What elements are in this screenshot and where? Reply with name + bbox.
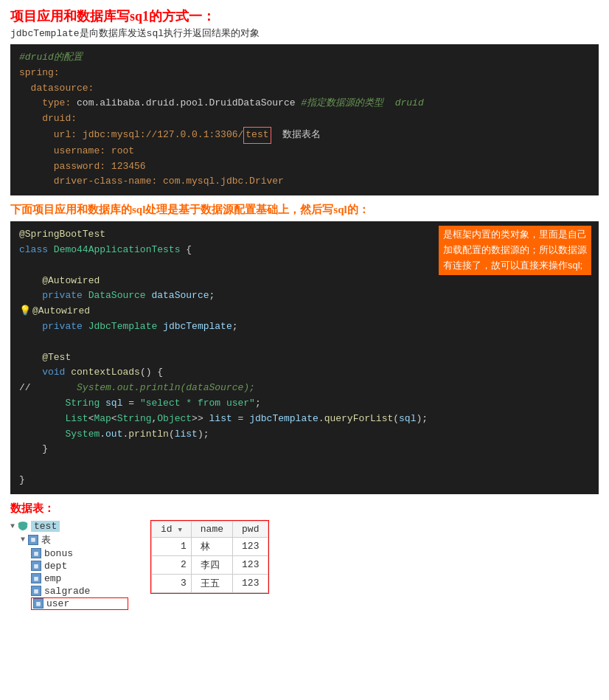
cell-name-3: 王五 (191, 574, 232, 592)
col-name: name (191, 521, 232, 537)
section1-title: 项目应用和数据库写sq1的方式一： (10, 7, 599, 25)
cell-pwd-3: 123 (233, 574, 268, 592)
code-line-driver: driver-class-name: com.mysql.jdbc.Driver (19, 174, 590, 190)
cl-close-method: } (19, 442, 590, 457)
cell-pwd-2: 123 (233, 555, 268, 574)
cl-datasource: private DataSource dataSource; (19, 288, 590, 304)
code-line-username: username: root (19, 144, 590, 159)
table-icon-salgrade: ▦ (31, 586, 41, 596)
tree-tables-group[interactable]: ▼ ▦ 表 (21, 533, 128, 547)
table-header-row: id ▼ name pwd (152, 521, 268, 537)
chevron-down-icon: ▼ (10, 522, 15, 530)
section3-title: 数据表： (10, 502, 599, 516)
druid-comment: #druid的配置 (19, 50, 590, 66)
cl-bulb: 💡@Autowired (19, 304, 590, 319)
section2-title: 下面项目应用和数据库的sql处理是基于数据源配置基础上，然后写sql的： (10, 203, 599, 217)
chevron-down-icon-2: ▼ (21, 536, 25, 544)
cl-blank3 (19, 457, 590, 473)
tree-db-label: test (31, 521, 60, 532)
cell-id-2: 2 (152, 555, 192, 574)
tree-label-emp: emp (44, 573, 61, 584)
data-table: id ▼ name pwd 1 林 123 2 李四 123 3 (151, 521, 268, 593)
cl-jdbctemplate: private JdbcTemplate jdbcTemplate; (19, 319, 590, 335)
tree-table-emp[interactable]: ▦ emp (31, 572, 128, 585)
col-pwd: pwd (233, 521, 268, 537)
db-icon (18, 521, 28, 531)
annotation-jdbctemplate: 是框架内置的类对象，里面是自己加载配置的数据源的；所以数据源有连接了，故可以直接… (439, 226, 591, 274)
tree-table-dept[interactable]: ▦ dept (31, 560, 128, 572)
section1-subtitle: jdbcTemplate是向数据库发送sql执行并返回结果的对象 (10, 27, 599, 40)
code-line-spring: spring: (19, 66, 590, 81)
db-name-highlight: test (243, 127, 271, 144)
table-group-label: 表 (41, 533, 51, 547)
sort-icon: ▼ (178, 527, 181, 534)
table-icon-dept: ▦ (31, 561, 41, 571)
cell-id-3: 3 (152, 574, 192, 592)
cell-pwd-1: 123 (233, 537, 268, 555)
tree-label-dept: dept (44, 561, 67, 572)
code-line-type: type: com.alibaba.druid.pool.DruidDataSo… (19, 96, 590, 111)
cl-sql: String sql = "select * from user"; (19, 396, 590, 412)
code-line-datasource: datasource: (19, 81, 590, 97)
cl-method: void contextLoads() { (19, 365, 590, 381)
cell-name-1: 林 (191, 537, 232, 555)
code-line-url: url: jdbc:mysql://127.0.0.1:3306/test 数据… (19, 127, 590, 144)
code-block-2: 是框架内置的类对象，里面是自己加载配置的数据源的；所以数据源有连接了，故可以直接… (10, 221, 599, 494)
data-table-container: id ▼ name pwd 1 林 123 2 李四 123 3 (150, 520, 269, 594)
cell-name-2: 李四 (191, 555, 232, 574)
subtitle-code: jdbcTemplate是向数据库发送sql执行并返回结果的对象 (10, 28, 260, 39)
tree-root[interactable]: ▼ test (10, 520, 128, 533)
tree-table-salgrade[interactable]: ▦ salgrade (31, 585, 128, 597)
table-icon-user: ▦ (33, 598, 44, 609)
code-block-1: #druid的配置 spring: datasource: type: com.… (10, 44, 599, 195)
table-group-icon: ▦ (28, 535, 38, 545)
table-row: 3 王五 123 (152, 574, 268, 592)
table-icon-emp: ▦ (31, 573, 41, 583)
tree-label-bonus: bonus (44, 548, 73, 559)
cl-blank2 (19, 335, 590, 350)
code-line-password: password: 123456 (19, 159, 590, 175)
table-row: 1 林 123 (152, 537, 268, 555)
tree-label-salgrade: salgrade (44, 586, 90, 597)
cl-comment-out: // System.out.println(dataSource); (19, 381, 590, 396)
code-line-druid: druid: (19, 111, 590, 127)
tree-table-user[interactable]: ▦ user (31, 597, 128, 610)
cl-close-class: } (19, 473, 590, 488)
table-row: 2 李四 123 (152, 555, 268, 574)
col-id: id ▼ (152, 521, 192, 537)
tree-view: ▼ test ▼ ▦ 表 ▦ bonus ▦ dept (10, 520, 128, 610)
cl-list: List<Map<String,Object>> list = jdbcTemp… (19, 412, 590, 427)
cl-autowired1: @Autowired (19, 274, 590, 289)
data-section: ▼ test ▼ ▦ 表 ▦ bonus ▦ dept (10, 520, 599, 610)
tree-table-bonus[interactable]: ▦ bonus (31, 547, 128, 560)
tree-label-user: user (46, 598, 69, 609)
table-icon-bonus: ▦ (31, 548, 41, 558)
cell-id-1: 1 (152, 537, 192, 555)
cl-test-annotation: @Test (19, 350, 590, 366)
cl-println: System.out.println(list); (19, 427, 590, 443)
